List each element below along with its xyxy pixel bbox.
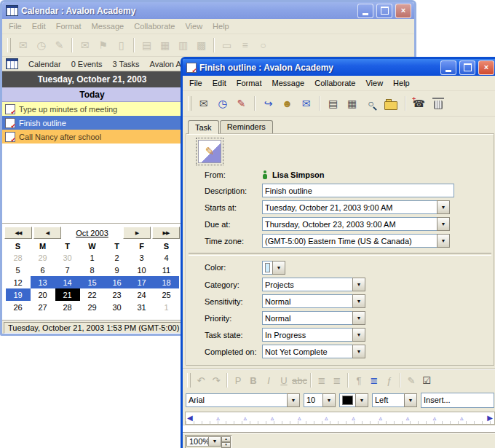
calendar-day[interactable]: 21 [55,288,80,301]
sensitivity-dropdown[interactable]: Normal ▼ [262,294,365,308]
starts-at-dropdown[interactable]: Tuesday, October 21, 2003 9:00 AM ▼ [262,200,450,214]
calendar-day[interactable]: 28 [6,251,31,264]
redo-icon[interactable]: ↷ [209,372,223,388]
delete-icon[interactable] [434,101,443,109]
color-dropdown[interactable]: ▼ [262,261,285,275]
maximize-button[interactable] [459,60,475,75]
ruler-tab-marker[interactable]: ▵ [216,415,220,422]
calendar-day[interactable]: 6 [31,264,55,276]
underline-icon[interactable]: U [277,372,291,388]
new-appointment-icon[interactable]: ◷ [214,95,231,111]
tab[interactable]: Task [188,120,219,134]
calendar-day[interactable]: 31 [130,301,154,313]
tabstrip-tasks-count[interactable]: 3 Tasks [112,60,139,68]
chevron-down-icon[interactable]: ▼ [352,311,365,325]
calendar-day[interactable]: 5 [6,264,31,276]
send-mail-icon[interactable]: ✉ [298,95,314,111]
spell-check-icon[interactable]: ☑ [419,372,434,388]
ruler-tab-marker[interactable]: ▵ [406,415,410,422]
next-month-icon[interactable]: ▶ [123,227,151,239]
week-view-icon[interactable]: ▦ [157,37,173,53]
calendar-day[interactable]: 23 [105,288,130,301]
font-color-select[interactable]: ▼ [339,393,368,407]
tabstrip-calendar-label[interactable]: Calendar [28,60,61,68]
calendar-day[interactable]: 26 [6,301,31,313]
calendar-day[interactable]: 28 [55,301,80,313]
menu-item[interactable]: Collaborate [309,77,360,89]
task-row[interactable]: Type up minutes of meeting [2,102,182,116]
calendar-day[interactable]: 29 [31,251,55,264]
calendar-day[interactable]: 2 [105,251,130,264]
ruler-tab-marker[interactable]: ▵ [325,415,328,422]
style-icon[interactable]: ¶ [352,372,366,388]
menu-item[interactable]: Edit [207,77,231,89]
new-task-icon[interactable]: ✎ [233,95,250,111]
paragraph-icon[interactable]: P [231,372,245,388]
menu-item[interactable]: Message [267,77,310,89]
chevron-down-icon[interactable]: ▼ [322,393,336,407]
chevron-down-icon[interactable]: ▼ [352,294,365,308]
outdent-icon[interactable]: ≣ [314,372,329,388]
chevron-down-icon[interactable]: ▼ [355,393,368,407]
menu-item[interactable]: Collaborate [129,20,180,32]
calendar-day[interactable]: 4 [154,251,179,264]
font-size-select[interactable]: 10 ▼ [304,393,336,407]
menu-item[interactable]: Help [207,20,234,32]
calendar-day[interactable]: 25 [154,288,179,301]
new-appointment-icon[interactable]: ◷ [33,37,50,53]
calendar-day[interactable]: 14 [55,276,80,288]
chevron-down-icon[interactable]: ▼ [352,278,365,291]
calendar-day[interactable]: 16 [105,276,130,288]
ruler-tab-marker[interactable]: ▵ [271,415,274,422]
calendar-day[interactable]: 17 [130,276,154,288]
ruler-tab-marker[interactable]: ▵ [352,415,355,422]
undo-icon[interactable]: ↶ [194,372,208,388]
close-button[interactable]: × [478,60,494,75]
chevron-down-icon[interactable]: ▼ [437,217,450,231]
insert-field[interactable]: Insert... [421,393,494,408]
italic-icon[interactable]: I [261,372,276,388]
calendar-day[interactable]: 27 [31,301,55,313]
insert-field-icon[interactable]: ƒ [382,372,397,388]
task-row[interactable]: Call Nancy after school [2,130,182,144]
calendar-day[interactable]: 11 [154,264,179,276]
address-book-icon[interactable]: ☻ [279,95,296,111]
year-view-icon[interactable]: ▩ [193,37,210,53]
ruler-tab-marker[interactable]: ▵ [244,415,248,422]
menu-item[interactable]: View [180,20,207,32]
new-task-icon[interactable]: ✎ [51,37,68,53]
calendar-day[interactable]: 18 [154,276,179,288]
chevron-down-icon[interactable]: ▼ [437,200,450,214]
calendar-day[interactable]: 22 [80,288,105,301]
month-view-icon[interactable]: ▥ [175,37,191,53]
indent-icon[interactable]: ≣ [330,372,344,388]
calendar-day[interactable]: 30 [105,301,130,313]
message-body[interactable] [183,425,495,433]
close-button[interactable]: × [395,4,411,18]
calendar-day[interactable]: 24 [130,288,154,301]
menu-item[interactable]: View [360,77,388,89]
find-dim-icon[interactable]: ○ [255,37,272,53]
bold-icon[interactable]: B [246,372,261,388]
due-at-dropdown[interactable]: Thursday, October 23, 2003 9:00 AM ▼ [262,217,450,231]
tabstrip-events-count[interactable]: 0 Events [71,60,103,68]
print-icon[interactable]: ▦ [344,95,360,111]
calendar-day[interactable]: 20 [31,288,55,301]
ruler-tab-marker[interactable]: ▵ [379,415,382,422]
calendar-day[interactable]: 1 [80,251,105,264]
completed-on-dropdown[interactable]: Not Yet Complete ▼ [262,345,365,358]
ruler-tab-marker[interactable]: ▵ [433,415,437,422]
font-select[interactable]: Arial ▼ [186,393,300,407]
prev-year-icon[interactable]: ◀◀ [4,227,32,239]
month-label[interactable]: Oct 2003 [63,229,122,237]
signature-icon[interactable]: ✎ [404,372,419,388]
move-to-folder-icon[interactable] [384,101,397,110]
tab[interactable]: Reminders [220,120,273,133]
zoom-select[interactable]: 100% ▼ [186,436,221,447]
timezone-dropdown[interactable]: (GMT-5:00) Eastern Time (US & Canada) ▼ [262,234,450,248]
send-mail-icon[interactable]: ✉ [76,37,93,53]
chevron-down-icon[interactable]: ▼ [352,345,365,358]
menu-item[interactable]: Format [51,20,87,32]
new-mail-icon[interactable]: ✉ [15,37,31,53]
next-year-icon[interactable]: ▶▶ [152,227,180,239]
